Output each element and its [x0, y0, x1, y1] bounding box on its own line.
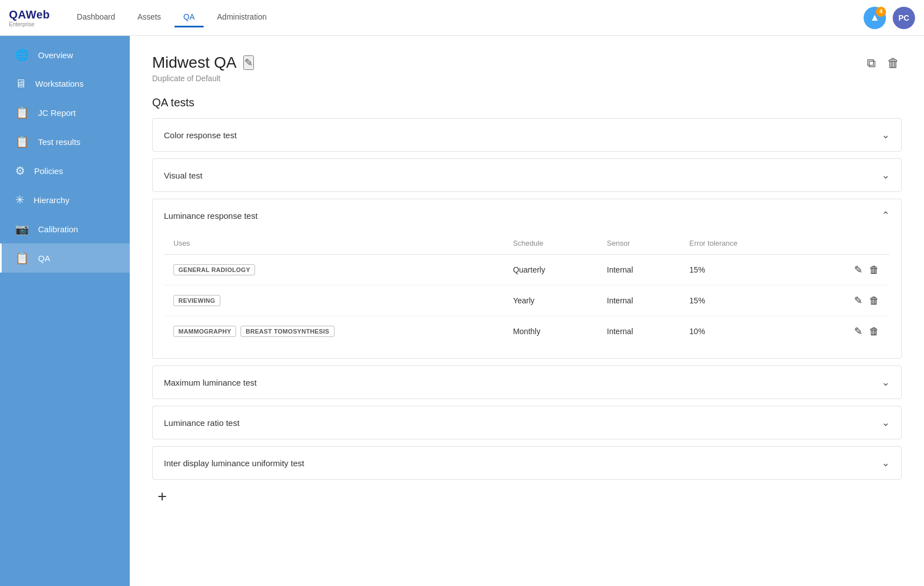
- edit-row-3-button[interactable]: ✎: [853, 324, 864, 339]
- notifications-button[interactable]: ▲ 4: [864, 7, 886, 29]
- notification-badge: 4: [876, 7, 886, 17]
- accordion-body-luminance-response: Uses Schedule Sensor Error tolerance GEN…: [153, 232, 901, 358]
- cell-schedule-2: Yearly: [504, 285, 598, 316]
- tag-reviewing: REVIEWING: [173, 295, 220, 306]
- delete-row-3-button[interactable]: 🗑: [868, 325, 880, 339]
- nav-dashboard[interactable]: Dashboard: [68, 8, 124, 27]
- col-schedule: Schedule: [504, 232, 598, 255]
- chevron-down-icon-2: ⌄: [881, 169, 890, 181]
- cell-uses-3: MAMMOGRAPHY BREAST TOMOSYNTHESIS: [164, 316, 505, 347]
- nav-qa[interactable]: QA: [175, 8, 204, 27]
- accordion-label-visual-test: Visual test: [164, 171, 202, 180]
- user-avatar[interactable]: PC: [893, 7, 915, 29]
- accordion-luminance-response: Luminance response test ⌃ Uses Schedule …: [152, 199, 902, 359]
- add-test-button[interactable]: +: [152, 486, 172, 507]
- copy-icon: ⧉: [867, 56, 876, 70]
- chevron-down-icon-4: ⌄: [881, 416, 890, 429]
- accordion-luminance-ratio: Luminance ratio test ⌄: [152, 406, 902, 439]
- sidebar-item-calibration[interactable]: 📷 Calibration: [0, 214, 130, 243]
- sidebar-label-policies: Policies: [34, 166, 63, 176]
- tag-general-radiology: GENERAL RADIOLOGY: [173, 264, 255, 275]
- accordion-header-inter-display[interactable]: Inter display luminance uniformity test …: [153, 447, 901, 479]
- col-sensor: Sensor: [598, 232, 681, 255]
- nav-administration[interactable]: Administration: [208, 8, 276, 27]
- monitor-icon: 🖥: [15, 77, 26, 90]
- accordion-inter-display: Inter display luminance uniformity test …: [152, 446, 902, 480]
- delete-row-1-button[interactable]: 🗑: [868, 263, 880, 277]
- page-title-area: Midwest QA ✎ Duplicate of Default: [152, 54, 254, 83]
- cell-uses-2: REVIEWING: [164, 285, 505, 316]
- edit-row-2-button[interactable]: ✎: [853, 293, 864, 308]
- accordion-header-luminance-ratio[interactable]: Luminance ratio test ⌄: [153, 406, 901, 439]
- copy-button[interactable]: ⧉: [865, 54, 878, 73]
- sidebar-item-policies[interactable]: ⚙ Policies: [0, 156, 130, 185]
- edit-row-1-button[interactable]: ✎: [853, 262, 864, 277]
- logo: QAWeb Enterprise: [9, 8, 50, 27]
- delete-row-2-button[interactable]: 🗑: [868, 294, 880, 308]
- nav-right: ▲ 4 PC: [864, 7, 915, 29]
- row-actions-3: ✎ 🗑: [813, 324, 880, 339]
- sidebar-label-jc-report: JC Report: [38, 108, 76, 118]
- chevron-down-icon: ⌄: [881, 129, 890, 141]
- cell-error-1: 15%: [681, 255, 804, 285]
- edit-title-button[interactable]: ✎: [243, 55, 254, 70]
- chevron-down-icon-5: ⌄: [881, 457, 890, 469]
- page-title: Midwest QA ✎: [152, 54, 254, 72]
- accordion-label-inter-display: Inter display luminance uniformity test: [164, 458, 304, 468]
- sidebar-item-workstations[interactable]: 🖥 Workstations: [0, 69, 130, 98]
- qa-icon: 📋: [15, 251, 29, 265]
- sidebar-item-qa[interactable]: 📋 QA: [0, 243, 130, 273]
- camera-icon: 📷: [15, 222, 29, 236]
- sidebar-label-overview: Overview: [38, 50, 73, 60]
- delete-button[interactable]: 🗑: [885, 54, 902, 73]
- table-row: GENERAL RADIOLOGY Quarterly Internal 15%…: [164, 255, 890, 285]
- accordion-visual-test: Visual test ⌄: [152, 158, 902, 192]
- cell-schedule-1: Quarterly: [504, 255, 598, 285]
- cell-error-2: 15%: [681, 285, 804, 316]
- gear-icon: ⚙: [15, 164, 25, 177]
- accordion-header-maximum-luminance[interactable]: Maximum luminance test ⌄: [153, 366, 901, 399]
- chevron-up-icon: ⌃: [881, 209, 890, 222]
- sidebar-item-overview[interactable]: 🌐 Overview: [0, 40, 130, 69]
- tag-mammography: MAMMOGRAPHY: [173, 326, 236, 337]
- sidebar-item-hierarchy[interactable]: ✳ Hierarchy: [0, 185, 130, 214]
- top-nav: Dashboard Assets QA Administration: [68, 8, 864, 27]
- page-actions: ⧉ 🗑: [865, 54, 902, 73]
- sidebar-label-test-results: Test results: [38, 137, 81, 147]
- accordion-maximum-luminance: Maximum luminance test ⌄: [152, 365, 902, 399]
- sidebar-label-calibration: Calibration: [38, 224, 78, 234]
- delete-icon: 🗑: [887, 56, 899, 70]
- jcreport-icon: 📋: [15, 106, 29, 119]
- table-row: REVIEWING Yearly Internal 15% ✎ 🗑: [164, 285, 890, 316]
- accordion-color-response: Color response test ⌄: [152, 118, 902, 152]
- accordion-header-luminance-response[interactable]: Luminance response test ⌃: [153, 199, 901, 232]
- section-title: QA tests: [152, 96, 902, 109]
- page-header: Midwest QA ✎ Duplicate of Default ⧉ 🗑: [152, 54, 902, 83]
- chevron-down-icon-3: ⌄: [881, 376, 890, 388]
- accordion-header-visual-test[interactable]: Visual test ⌄: [153, 159, 901, 191]
- cell-sensor-2: Internal: [598, 285, 681, 316]
- cell-sensor-1: Internal: [598, 255, 681, 285]
- accordion-label-maximum-luminance: Maximum luminance test: [164, 378, 257, 387]
- col-error-tolerance: Error tolerance: [681, 232, 804, 255]
- tag-breast-tomosynthesis: BREAST TOMOSYNTHESIS: [241, 326, 334, 337]
- accordion-label-luminance-ratio: Luminance ratio test: [164, 418, 239, 428]
- accordion-label-luminance-response: Luminance response test: [164, 211, 258, 221]
- cell-schedule-3: Monthly: [504, 316, 598, 347]
- globe-icon: 🌐: [15, 48, 29, 62]
- sidebar-label-workstations: Workstations: [35, 79, 83, 88]
- accordion-header-color-response[interactable]: Color response test ⌄: [153, 119, 901, 151]
- row-actions-2: ✎ 🗑: [813, 293, 880, 308]
- sidebar-item-test-results[interactable]: 📋 Test results: [0, 127, 130, 156]
- sidebar-label-hierarchy: Hierarchy: [34, 195, 69, 205]
- cell-sensor-3: Internal: [598, 316, 681, 347]
- luminance-table: Uses Schedule Sensor Error tolerance GEN…: [164, 232, 890, 347]
- col-uses: Uses: [164, 232, 505, 255]
- sidebar-label-qa: QA: [38, 254, 50, 263]
- sidebar: 🌐 Overview 🖥 Workstations 📋 JC Report 📋 …: [0, 36, 130, 586]
- table-row: MAMMOGRAPHY BREAST TOMOSYNTHESIS Monthly…: [164, 316, 890, 347]
- main-content: Midwest QA ✎ Duplicate of Default ⧉ 🗑 QA…: [130, 36, 924, 586]
- page-subtitle: Duplicate of Default: [152, 74, 254, 83]
- nav-assets[interactable]: Assets: [129, 8, 170, 27]
- sidebar-item-jc-report[interactable]: 📋 JC Report: [0, 98, 130, 127]
